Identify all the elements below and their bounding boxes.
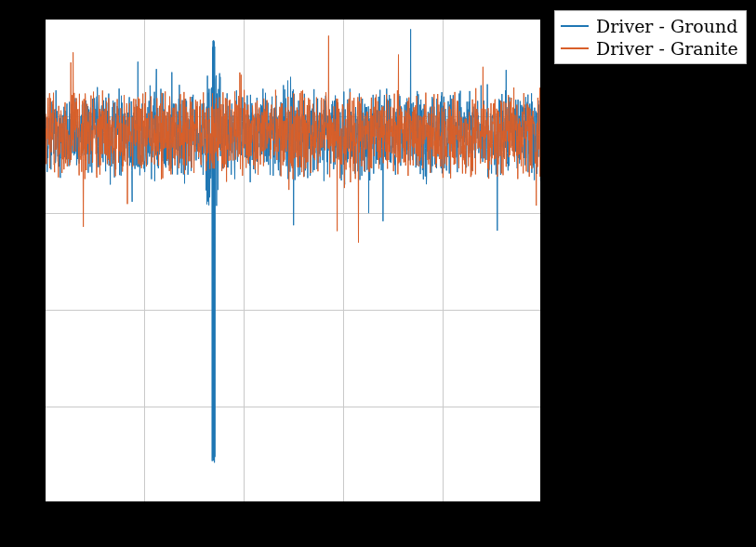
trace-driver-granite [45, 35, 541, 242]
legend-label-ground: Driver - Ground [596, 15, 737, 37]
chart-traces [0, 0, 756, 547]
legend-swatch-granite [561, 47, 589, 49]
trace-driver-ground [45, 29, 541, 462]
legend-swatch-ground [561, 25, 589, 27]
legend-label-granite: Driver - Granite [596, 37, 738, 60]
legend-item-granite: Driver - Granite [561, 37, 740, 60]
figure: Driver - Ground Driver - Granite [0, 0, 756, 547]
legend: Driver - Ground Driver - Granite [554, 10, 747, 64]
legend-item-ground: Driver - Ground [561, 15, 740, 37]
